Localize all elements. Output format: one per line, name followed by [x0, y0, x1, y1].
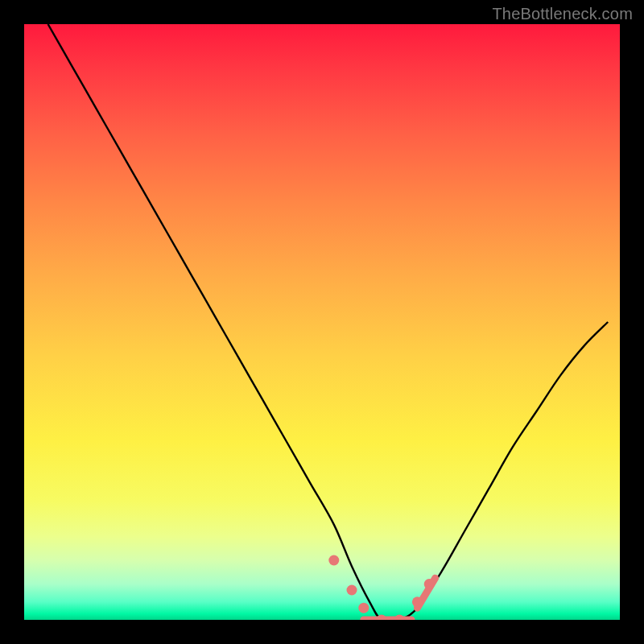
valley-dot — [328, 555, 339, 566]
valley-dot — [394, 615, 405, 621]
bottleneck-curve-svg — [24, 24, 620, 620]
valley-dot — [424, 579, 435, 589]
valley-dot — [412, 597, 423, 607]
plot-area — [24, 24, 620, 620]
valley-markers — [328, 555, 435, 621]
valley-dot — [347, 585, 357, 596]
valley-dot — [358, 603, 369, 613]
watermark-text: TheBottleneck.com — [492, 5, 633, 23]
chart-frame: TheBottleneck.com — [0, 0, 644, 644]
bottleneck-curve-line — [48, 24, 609, 620]
